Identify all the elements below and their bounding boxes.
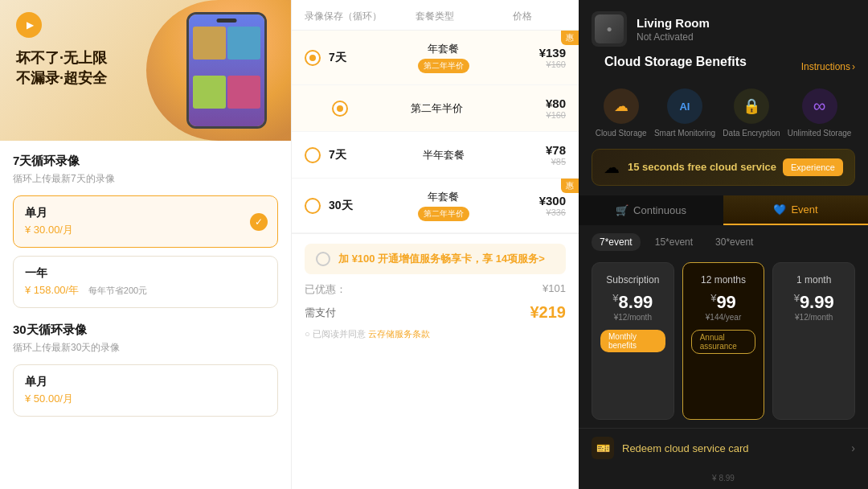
plan-days: 7天	[329, 51, 369, 65]
pricing-card-subscription[interactable]: Subscription ¥8.99 ¥12/month Monthly ben…	[592, 262, 674, 420]
plan-price-col: ¥78 ¥85	[518, 143, 566, 166]
redeem-text: Redeem cloud service card	[622, 442, 749, 454]
tab-event[interactable]: 💙 Event	[723, 195, 868, 225]
thumb3	[193, 76, 226, 109]
plan-price: ¥ 30.00/月	[25, 223, 266, 237]
plan-type-col: 年套餐 第二年半价	[369, 42, 518, 73]
add-service-radio[interactable]	[316, 252, 330, 266]
instructions-link[interactable]: Instructions ›	[801, 61, 855, 72]
plan-price-col: ¥80 ¥160	[518, 97, 566, 120]
plan-name: 单月	[25, 206, 266, 220]
price-main: ¥80	[518, 97, 566, 110]
redeem-row[interactable]: 🎫 Redeem cloud service card ›	[579, 428, 868, 467]
tab-event-label: Event	[791, 203, 817, 216]
hero-line2: 不漏录·超安全	[16, 68, 107, 88]
table-row[interactable]: 7天 半年套餐 ¥78 ¥85	[292, 132, 579, 179]
infinity-icon: ∞	[802, 88, 837, 124]
plan-days: 7天	[329, 148, 369, 162]
benefits-header: Cloud Storage Benefits Instructions ›	[579, 55, 868, 88]
tabs-row: 🛒 Continuous 💙 Event	[579, 195, 868, 225]
benefit-label: Cloud Storage	[596, 129, 647, 138]
plan-days: 30天	[329, 199, 369, 213]
plan-name: 一年	[25, 266, 266, 281]
panel-middle: 录像保存（循环） 套餐类型 价格 惠 7天 年套餐 第二年半价 ¥139 ¥16…	[291, 0, 579, 489]
panel2-footer: 加 ¥100 开通增值服务畅享卡，享 14项服务> 已优惠： ¥101 需支付 …	[292, 233, 579, 350]
cart-icon: 🛒	[616, 204, 628, 216]
plan-type-label: 年套餐	[369, 190, 518, 204]
terms-row: ○ 已阅读并同意 云存储服务条款	[305, 328, 566, 340]
event-tabs: 7*event 15*event 30*event	[579, 225, 868, 256]
price-main: ¥300	[518, 194, 566, 208]
tab-continuous[interactable]: 🛒 Continuous	[579, 195, 723, 225]
total-price: ¥219	[530, 303, 567, 322]
terms-radio[interactable]: ○	[305, 329, 313, 339]
event-tab-7[interactable]: 7*event	[592, 233, 641, 251]
cloud-icon: ☁	[604, 158, 620, 177]
event-tab-15[interactable]: 15*event	[647, 233, 701, 251]
row-wrapper-1: 惠 7天 年套餐 第二年半价 ¥139 ¥160	[292, 31, 579, 85]
price-main: ¥78	[518, 143, 566, 157]
col-price: 价格	[479, 10, 566, 23]
table-row[interactable]: 第二年半价 ¥80 ¥160	[292, 85, 579, 132]
hero-banner: 坏不了·无上限 不漏录·超安全	[0, 0, 291, 141]
benefits-icons: ☁ Cloud Storage AI Smart Monitoring 🔒 Da…	[579, 88, 868, 149]
pricing-price: ¥99	[710, 292, 736, 313]
terms-link[interactable]: 云存储服务条款	[368, 329, 430, 339]
panel-right: Living Room Not Activated Cloud Storage …	[579, 0, 868, 489]
plan-card-monthly-7[interactable]: 单月 ¥ 30.00/月 ✓	[13, 195, 278, 248]
play-icon[interactable]	[16, 12, 42, 38]
table-row[interactable]: 7天 年套餐 第二年半价 ¥139 ¥160	[292, 31, 579, 85]
device-icon	[592, 11, 627, 47]
benefit-label: Data Encryption	[723, 129, 780, 138]
bottom-price-hint: ¥ 8.99	[579, 467, 868, 489]
chevron-right-icon: ›	[851, 442, 855, 454]
pricing-title: 1 month	[796, 274, 831, 286]
price-orig: ¥85	[518, 157, 566, 166]
discount-label: 已优惠：	[305, 282, 346, 297]
table-row[interactable]: 30天 年套餐 第二年半价 ¥300 ¥336	[292, 179, 579, 233]
plan-badge: 第二年半价	[418, 59, 469, 73]
section2-subtitle: 循环上传最新30天的录像	[13, 341, 278, 355]
plan-price: ¥ 50.00/月	[25, 392, 266, 406]
thumb1	[193, 27, 226, 60]
radio-button[interactable]	[305, 147, 321, 163]
section2-title: 30天循环录像	[13, 323, 278, 338]
plan-price: ¥ 158.00/年 每年节省200元	[25, 283, 266, 298]
add-service-row[interactable]: 加 ¥100 开通增值服务畅享卡，享 14项服务>	[305, 244, 566, 274]
check-icon: ✓	[250, 213, 268, 231]
plan-type-col: 半年套餐	[369, 148, 518, 162]
row-wrapper-3: 7天 半年套餐 ¥78 ¥85	[292, 132, 579, 179]
plan-price-col: ¥300 ¥336	[518, 194, 566, 217]
price-main: ¥139	[518, 46, 566, 60]
total-row: 需支付 ¥219	[305, 303, 566, 322]
deal-badge: 惠	[561, 179, 579, 193]
benefits-title: Cloud Storage Benefits	[592, 55, 760, 79]
price-orig: ¥336	[518, 208, 566, 217]
panel1-content: 7天循环录像 循环上传最新7天的录像 单月 ¥ 30.00/月 ✓ 一年 ¥ 1…	[0, 141, 291, 438]
pricing-price-sub: ¥12/month	[614, 313, 652, 322]
device-header: Living Room Not Activated	[579, 0, 868, 55]
radio-button[interactable]	[332, 101, 348, 117]
pricing-card-12months[interactable]: 12 months ¥99 ¥144/year Annual assurance	[682, 262, 765, 420]
panel-left: 坏不了·无上限 不漏录·超安全 7天循环录像 循环上传最新7天的录像 单月 ¥ …	[0, 0, 291, 489]
thumb4	[227, 76, 260, 109]
pricing-badge: Annual assurance	[691, 330, 756, 354]
plan-card-monthly-30[interactable]: 单月 ¥ 50.00/月	[13, 364, 278, 417]
row-wrapper-2: 第二年半价 ¥80 ¥160	[292, 85, 579, 132]
plan-type-label: 第二年半价	[356, 101, 518, 116]
plan-card-yearly-7[interactable]: 一年 ¥ 158.00/年 每年节省200元	[13, 256, 278, 308]
plan-price-col: ¥139 ¥160	[518, 46, 566, 69]
benefit-label: Smart Monitoring	[654, 129, 715, 138]
radio-button[interactable]	[305, 198, 321, 214]
pricing-price-sub: ¥144/year	[706, 313, 741, 322]
pricing-card-1month[interactable]: 1 month ¥9.99 ¥12/month	[772, 262, 855, 420]
benefit-label: Unlimited Storage	[788, 129, 851, 138]
hero-line1: 坏不了·无上限	[16, 48, 107, 68]
benefit-unlimited-storage: ∞ Unlimited Storage	[788, 88, 851, 138]
col-storage: 录像保存（循环）	[305, 10, 391, 23]
event-tab-30[interactable]: 30*event	[707, 233, 761, 251]
heart-icon: 💙	[773, 203, 786, 216]
experience-button[interactable]: Experience	[783, 158, 843, 176]
radio-button[interactable]	[305, 50, 321, 66]
price-orig: ¥160	[518, 60, 566, 69]
